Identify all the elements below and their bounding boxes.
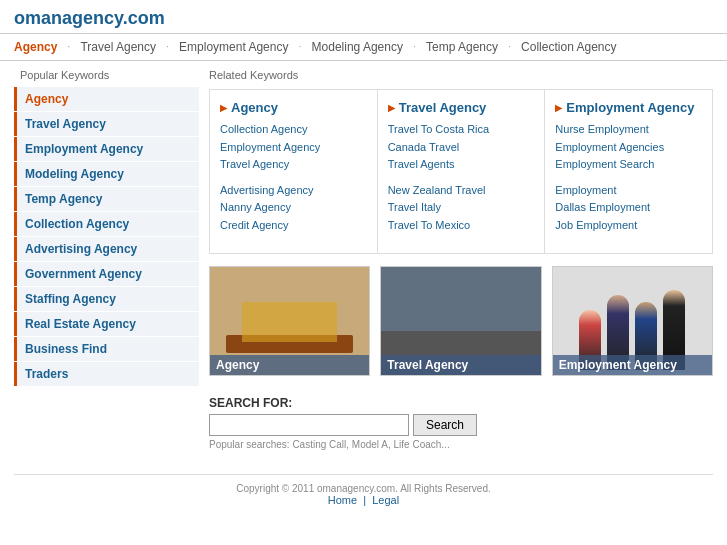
site-logo[interactable]: omanagency.com [14,8,165,28]
related-group-1-1: New Zealand TravelTravel ItalyTravel To … [388,182,535,235]
sidebar-item-advertising-agency[interactable]: Advertising Agency [14,237,199,261]
top-nav-item-employment-agency[interactable]: Employment Agency [169,38,298,56]
related-col-title-2: Employment Agency [555,100,702,115]
image-row: Agency Travel Agency Employment Agency [209,266,713,376]
related-link-travel-to-costa-rica[interactable]: Travel To Costa Rica [388,121,535,139]
related-link-employment-search[interactable]: Employment Search [555,156,702,174]
related-link-dallas-employment[interactable]: Dallas Employment [555,199,702,217]
main-content: Popular Keywords AgencyTravel AgencyEmpl… [0,61,727,468]
top-nav-item-travel-agency[interactable]: Travel Agency [70,38,166,56]
sidebar-item-government-agency[interactable]: Government Agency [14,262,199,286]
image-label-agency: Agency [210,355,369,375]
sidebar-item-travel-agency[interactable]: Travel Agency [14,112,199,136]
related-group-0-1: Advertising AgencyNanny AgencyCredit Age… [220,182,367,235]
related-link-collection-agency[interactable]: Collection Agency [220,121,367,139]
related-columns: AgencyCollection AgencyEmployment Agency… [209,89,713,254]
content-area: Related Keywords AgencyCollection Agency… [209,69,713,460]
sidebar-item-staffing-agency[interactable]: Staffing Agency [14,287,199,311]
image-card-employment[interactable]: Employment Agency [552,266,713,376]
sidebar-header: Popular Keywords [14,69,199,81]
related-link-advertising-agency[interactable]: Advertising Agency [220,182,367,200]
related-link-new-zealand-travel[interactable]: New Zealand Travel [388,182,535,200]
search-label: SEARCH FOR: [209,396,713,410]
sidebar-item-traders[interactable]: Traders [14,362,199,386]
related-group-1-0: Travel To Costa RicaCanada TravelTravel … [388,121,535,174]
top-navigation: Agency·Travel Agency·Employment Agency·M… [0,33,727,61]
related-link-job-employment[interactable]: Job Employment [555,217,702,235]
search-button[interactable]: Search [413,414,477,436]
sidebar-item-modeling-agency[interactable]: Modeling Agency [14,162,199,186]
image-card-travel[interactable]: Travel Agency [380,266,541,376]
related-link-travel-agents[interactable]: Travel Agents [388,156,535,174]
image-label-travel: Travel Agency [381,355,540,375]
search-input[interactable] [209,414,409,436]
footer-link-home[interactable]: Home [328,494,357,506]
sidebar-item-collection-agency[interactable]: Collection Agency [14,212,199,236]
top-nav-item-temp-agency[interactable]: Temp Agency [416,38,508,56]
related-col-2: Employment AgencyNurse EmploymentEmploym… [545,90,712,253]
related-col-1: Travel AgencyTravel To Costa RicaCanada … [378,90,546,253]
related-link-employment[interactable]: Employment [555,182,702,200]
related-group-0-0: Collection AgencyEmployment AgencyTravel… [220,121,367,174]
search-row: Search [209,414,713,436]
related-link-employment-agency[interactable]: Employment Agency [220,139,367,157]
sidebar: Popular Keywords AgencyTravel AgencyEmpl… [14,69,199,460]
related-link-credit-agency[interactable]: Credit Agency [220,217,367,235]
search-section: SEARCH FOR: Search Popular searches: Cas… [209,386,713,460]
sidebar-item-agency[interactable]: Agency [14,87,199,111]
sidebar-item-real-estate-agency[interactable]: Real Estate Agency [14,312,199,336]
footer-copyright: Copyright © 2011 omanagency.com. All Rig… [14,483,713,494]
footer-links: Home | Legal [14,494,713,506]
related-col-title-0: Agency [220,100,367,115]
related-group-2-1: EmploymentDallas EmploymentJob Employmen… [555,182,702,235]
footer-link-legal[interactable]: Legal [372,494,399,506]
image-card-agency[interactable]: Agency [209,266,370,376]
related-link-employment-agencies[interactable]: Employment Agencies [555,139,702,157]
image-label-employment: Employment Agency [553,355,712,375]
top-nav-item-agency[interactable]: Agency [14,38,67,56]
related-col-title-1: Travel Agency [388,100,535,115]
footer: Copyright © 2011 omanagency.com. All Rig… [14,474,713,514]
related-link-nanny-agency[interactable]: Nanny Agency [220,199,367,217]
related-link-travel-italy[interactable]: Travel Italy [388,199,535,217]
related-col-0: AgencyCollection AgencyEmployment Agency… [210,90,378,253]
related-header: Related Keywords [209,69,713,81]
sidebar-item-employment-agency[interactable]: Employment Agency [14,137,199,161]
sidebar-item-business-find[interactable]: Business Find [14,337,199,361]
site-header: omanagency.com [0,0,727,33]
sidebar-items: AgencyTravel AgencyEmployment AgencyMode… [14,87,199,386]
related-link-canada-travel[interactable]: Canada Travel [388,139,535,157]
top-nav-item-collection-agency[interactable]: Collection Agency [511,38,626,56]
related-link-nurse-employment[interactable]: Nurse Employment [555,121,702,139]
top-nav-item-modeling-agency[interactable]: Modeling Agency [302,38,413,56]
sidebar-item-temp-agency[interactable]: Temp Agency [14,187,199,211]
popular-searches: Popular searches: Casting Call, Model A,… [209,439,713,450]
related-link-travel-agency[interactable]: Travel Agency [220,156,367,174]
related-group-2-0: Nurse EmploymentEmployment AgenciesEmplo… [555,121,702,174]
related-link-travel-to-mexico[interactable]: Travel To Mexico [388,217,535,235]
